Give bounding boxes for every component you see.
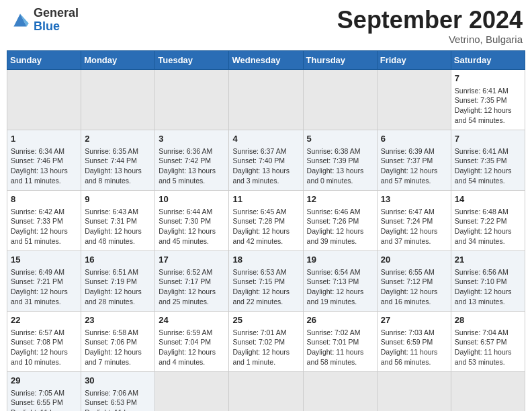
- day-cell-18: 18 Sunrise: 6:53 AMSunset: 7:15 PMDaylig…: [229, 250, 303, 311]
- cell-empty: [155, 371, 229, 411]
- day-number: 16: [85, 254, 151, 266]
- day-cell-28: 28 Sunrise: 7:04 AMSunset: 6:57 PMDaylig…: [451, 311, 525, 371]
- calendar-header-row: Sunday Monday Tuesday Wednesday Thursday…: [7, 50, 525, 69]
- day-number: 27: [381, 314, 447, 326]
- day-number: 18: [232, 254, 299, 266]
- col-thursday: Thursday: [303, 50, 377, 69]
- day-number: 30: [85, 375, 151, 387]
- day-cell-24: 24 Sunrise: 6:59 AMSunset: 7:04 PMDaylig…: [155, 311, 229, 371]
- logo-general-text: General: [34, 7, 79, 20]
- location-text: Vetrino, Bulgaria: [337, 34, 523, 45]
- day-cell-16: 16 Sunrise: 6:51 AMSunset: 7:19 PMDaylig…: [81, 250, 155, 311]
- col-monday: Monday: [81, 50, 155, 69]
- day-number: 26: [307, 314, 373, 326]
- day-number: 11: [232, 193, 299, 205]
- day-cell-25: 25 Sunrise: 7:01 AMSunset: 7:02 PMDaylig…: [229, 311, 303, 371]
- day-cell-14: 14 Sunrise: 6:48 AMSunset: 7:22 PMDaylig…: [451, 190, 525, 250]
- day-number: 21: [455, 254, 521, 266]
- day-cell-30: 30 Sunrise: 7:06 AMSunset: 6:53 PMDaylig…: [81, 371, 155, 411]
- cell-empty: [377, 371, 451, 411]
- day-cell-11: 11 Sunrise: 6:45 AMSunset: 7:28 PMDaylig…: [229, 190, 303, 250]
- day-number: 7: [455, 73, 521, 85]
- cell-empty: [229, 371, 303, 411]
- day-cell-19: 19 Sunrise: 6:54 AMSunset: 7:13 PMDaylig…: [303, 250, 377, 311]
- day-number: 13: [381, 193, 447, 205]
- calendar-row-3: 8 Sunrise: 6:42 AMSunset: 7:33 PMDayligh…: [7, 190, 525, 250]
- cell-empty: [7, 69, 81, 130]
- col-tuesday: Tuesday: [155, 50, 229, 69]
- day-number: 28: [455, 314, 521, 326]
- col-friday: Friday: [377, 50, 451, 69]
- cell-empty: [155, 69, 229, 130]
- day-cell-12: 12 Sunrise: 6:46 AMSunset: 7:26 PMDaylig…: [303, 190, 377, 250]
- day-cell-17: 17 Sunrise: 6:52 AMSunset: 7:17 PMDaylig…: [155, 250, 229, 311]
- day-number: 10: [159, 193, 225, 205]
- day-number: 17: [159, 254, 225, 266]
- col-wednesday: Wednesday: [229, 50, 303, 69]
- day-cell-3: 3 Sunrise: 6:36 AMSunset: 7:42 PMDayligh…: [155, 130, 229, 190]
- day-number: 24: [159, 314, 225, 326]
- day-number: 25: [232, 314, 299, 326]
- day-cell-27: 27 Sunrise: 7:03 AMSunset: 6:59 PMDaylig…: [377, 311, 451, 371]
- calendar-table: Sunday Monday Tuesday Wednesday Thursday…: [7, 50, 525, 411]
- day-cell-26: 26 Sunrise: 7:02 AMSunset: 7:01 PMDaylig…: [303, 311, 377, 371]
- day-number: 9: [85, 193, 151, 205]
- cell-empty: [303, 69, 377, 130]
- cell-empty: [451, 371, 525, 411]
- title-block: September 2024 Vetrino, Bulgaria: [337, 7, 523, 45]
- day-cell-29: 29 Sunrise: 7:05 AMSunset: 6:55 PMDaylig…: [7, 371, 81, 411]
- day-number: 4: [232, 133, 299, 145]
- day-cell-9: 9 Sunrise: 6:43 AMSunset: 7:31 PMDayligh…: [81, 190, 155, 250]
- calendar-row-1: 7 Sunrise: 6:41 AMSunset: 7:35 PMDayligh…: [7, 69, 525, 130]
- logo-blue-text: Blue: [34, 20, 79, 34]
- calendar-row-4: 15 Sunrise: 6:49 AMSunset: 7:21 PMDaylig…: [7, 250, 525, 311]
- cell-empty: [229, 69, 303, 130]
- day-cell-2: 2 Sunrise: 6:35 AMSunset: 7:44 PMDayligh…: [81, 130, 155, 190]
- day-number: 1: [11, 133, 77, 145]
- logo-icon: [9, 9, 31, 31]
- day-cell-8: 8 Sunrise: 6:42 AMSunset: 7:33 PMDayligh…: [7, 190, 81, 250]
- day-cell-5: 5 Sunrise: 6:38 AMSunset: 7:39 PMDayligh…: [303, 130, 377, 190]
- day-cell-4: 4 Sunrise: 6:37 AMSunset: 7:40 PMDayligh…: [229, 130, 303, 190]
- page-header: General Blue September 2024 Vetrino, Bul…: [7, 7, 525, 45]
- col-sunday: Sunday: [7, 50, 81, 69]
- day-cell-23: 23 Sunrise: 6:58 AMSunset: 7:06 PMDaylig…: [81, 311, 155, 371]
- day-cell-1: 1 Sunrise: 6:34 AMSunset: 7:46 PMDayligh…: [7, 130, 81, 190]
- day-number: 23: [85, 314, 151, 326]
- day-cell-21: 21 Sunrise: 6:56 AMSunset: 7:10 PMDaylig…: [451, 250, 525, 311]
- calendar-row-5: 22 Sunrise: 6:57 AMSunset: 7:08 PMDaylig…: [7, 311, 525, 371]
- day-number: 8: [11, 193, 77, 205]
- day-number: 5: [307, 133, 373, 145]
- day-number: 12: [307, 193, 373, 205]
- day-cell-22: 22 Sunrise: 6:57 AMSunset: 7:08 PMDaylig…: [7, 311, 81, 371]
- cell-empty: [81, 69, 155, 130]
- day-number: 7: [455, 133, 521, 145]
- day-number: 14: [455, 193, 521, 205]
- calendar-row-2: 1 Sunrise: 6:34 AMSunset: 7:46 PMDayligh…: [7, 130, 525, 190]
- day-number: 2: [85, 133, 151, 145]
- logo: General Blue: [9, 7, 79, 34]
- cell-empty: [377, 69, 451, 130]
- day-number: 3: [159, 133, 225, 145]
- day-number: 22: [11, 314, 77, 326]
- col-saturday: Saturday: [451, 50, 525, 69]
- day-cell-7b: 7 Sunrise: 6:41 AMSunset: 7:35 PMDayligh…: [451, 130, 525, 190]
- day-number: 6: [381, 133, 447, 145]
- day-cell-15: 15 Sunrise: 6:49 AMSunset: 7:21 PMDaylig…: [7, 250, 81, 311]
- calendar-row-6: 29 Sunrise: 7:05 AMSunset: 6:55 PMDaylig…: [7, 371, 525, 411]
- cell-empty: [303, 371, 377, 411]
- day-cell-10: 10 Sunrise: 6:44 AMSunset: 7:30 PMDaylig…: [155, 190, 229, 250]
- day-cell-6: 6 Sunrise: 6:39 AMSunset: 7:37 PMDayligh…: [377, 130, 451, 190]
- day-number: 19: [307, 254, 373, 266]
- day-number: 15: [11, 254, 77, 266]
- day-cell-20: 20 Sunrise: 6:55 AMSunset: 7:12 PMDaylig…: [377, 250, 451, 311]
- day-number: 29: [11, 375, 77, 387]
- day-number: 20: [381, 254, 447, 266]
- day-cell-13: 13 Sunrise: 6:47 AMSunset: 7:24 PMDaylig…: [377, 190, 451, 250]
- day-cell-7: 7 Sunrise: 6:41 AMSunset: 7:35 PMDayligh…: [451, 69, 525, 130]
- month-title: September 2024: [337, 7, 523, 34]
